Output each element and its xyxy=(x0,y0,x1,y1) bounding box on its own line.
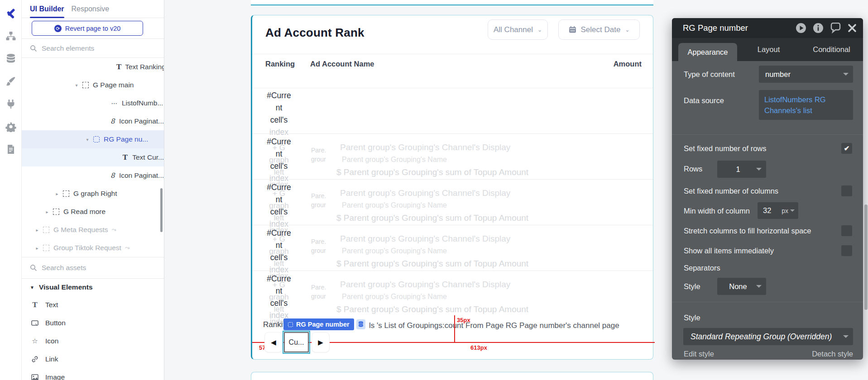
visual-elements-label: Visual Elements xyxy=(39,283,93,291)
tree-item-g-page-main[interactable]: ▾G Page main xyxy=(22,76,164,94)
info-icon[interactable] xyxy=(813,23,824,33)
tab-layout[interactable]: Layout xyxy=(737,38,800,61)
data-source-value-line2[interactable]: Channels's list xyxy=(764,105,848,116)
fixed-rows-checkbox[interactable]: ✔ xyxy=(841,143,852,154)
asset-icon[interactable]: ☆Icon xyxy=(22,332,164,350)
fixed-columns-checkbox[interactable] xyxy=(841,185,852,196)
revert-row: ⟳ Revert page to v20 xyxy=(22,18,164,39)
logs-icon[interactable] xyxy=(0,140,22,158)
tree-item-icon-paginat[interactable]: 8Icon Paginat... xyxy=(22,166,164,185)
data-icon[interactable] xyxy=(0,50,22,68)
ghost-topup-amount: $ Parent group's Grouping's sum of Topup… xyxy=(336,167,528,177)
scrollbar-thumb[interactable] xyxy=(864,204,868,310)
rg-row[interactable]: + Ggraphleftindex#Currentcell'sindexPare… xyxy=(252,271,653,316)
min-width-unit[interactable]: px xyxy=(782,207,788,214)
tab-responsive[interactable]: Responsive xyxy=(72,0,110,18)
search-icon xyxy=(30,264,37,271)
group-element-icon xyxy=(43,226,50,233)
styles-icon[interactable] xyxy=(0,72,22,90)
repeating-group[interactable]: #Currentcell'sindex+ Ggraphleftindex#Cur… xyxy=(252,88,653,316)
revert-page-button[interactable]: ⟳ Revert page to v20 xyxy=(32,21,143,36)
property-editor-title: RG Page number xyxy=(683,23,796,33)
date-filter-dropdown[interactable]: Select Date ⌄ xyxy=(558,19,640,40)
page-group-card[interactable]: Ad Account Rank All Channel ⌄ Select Dat… xyxy=(251,15,653,360)
asset-link[interactable]: Link xyxy=(22,350,164,368)
style-header: Style xyxy=(684,314,700,322)
chevron-down-icon: ▼ xyxy=(30,285,34,290)
type-of-content-select[interactable]: number xyxy=(759,66,853,83)
tree-item-text-ranking[interactable]: TText Ranking : ... xyxy=(22,58,164,76)
tree-scrollbar[interactable] xyxy=(160,188,163,232)
data-source-box[interactable]: ListofNumbers RG Channels's list xyxy=(759,90,853,120)
tree-item-g-graph-right[interactable]: ▸G graph Right xyxy=(22,185,164,203)
settings-icon[interactable] xyxy=(0,118,22,136)
measure-line-vertical xyxy=(454,315,455,342)
min-width-value: 32 xyxy=(763,206,782,215)
rg-row[interactable]: + Ggraphleftindex#Currentcell'sindexPare… xyxy=(252,225,653,271)
asset-image[interactable]: Image xyxy=(22,368,164,380)
tree-item-rg-page-nu[interactable]: ▾RG Page nu... xyxy=(22,130,164,148)
tree-item-group-tiktok-request[interactable]: ▸Group Tiktok Request⤳ xyxy=(22,239,164,257)
preview-play-icon[interactable] xyxy=(796,23,806,33)
cell-index-text[interactable]: #Currentcell'sindex xyxy=(262,88,296,133)
workflow-icon[interactable] xyxy=(0,27,22,45)
data-source-value-line1[interactable]: ListofNumbers RG xyxy=(764,94,848,105)
data-source-badge[interactable] xyxy=(356,319,365,329)
separator-style-select[interactable]: None xyxy=(717,278,766,295)
chevron-right-icon[interactable]: ▸ xyxy=(34,228,40,233)
comment-icon[interactable] xyxy=(830,23,841,33)
data-expression-text[interactable]: ls 's List of Groupings:count From Page … xyxy=(369,321,619,330)
page-title[interactable]: Ad Account Rank xyxy=(265,26,364,40)
close-icon[interactable] xyxy=(848,24,857,33)
plugins-icon[interactable] xyxy=(0,95,22,113)
tab-conditional[interactable]: Conditional xyxy=(800,38,863,61)
group-below-edge[interactable] xyxy=(251,372,653,380)
selected-text-element[interactable]: Cu... xyxy=(284,332,309,352)
stretch-columns-checkbox[interactable] xyxy=(841,225,852,236)
rows-select[interactable]: 1 xyxy=(717,161,766,178)
rg-row[interactable]: + Ggraphleftindex#Currentcell'sindexPare… xyxy=(252,133,653,179)
ghost-channel-display: Parent group's Grouping's Channel's Disp… xyxy=(340,142,510,152)
selected-element-chip[interactable]: RG Page number xyxy=(283,318,354,330)
channel-filter-dropdown[interactable]: All Channel ⌄ xyxy=(488,19,548,40)
rg-row[interactable]: #Currentcell'sindex xyxy=(252,88,653,133)
tab-appearance[interactable]: Appearance xyxy=(678,43,737,61)
visual-elements-header[interactable]: ▼ Visual Elements xyxy=(22,279,164,296)
tab-ui-builder[interactable]: UI Builder xyxy=(30,0,64,18)
chevron-down-icon[interactable]: ▾ xyxy=(85,137,90,142)
cell-index-text[interactable]: + Ggraphleftindex#Currentcell'sindex xyxy=(262,134,296,180)
tree-item-listofnumb[interactable]: ⋯ListofNumb... xyxy=(22,94,164,112)
group-above-edge[interactable] xyxy=(251,0,653,5)
calendar-icon xyxy=(569,26,576,33)
detach-style-link[interactable]: Detach style xyxy=(812,350,853,358)
cell-index-text[interactable]: + Ggraphleftindex#Currentcell'sindex xyxy=(262,271,296,317)
style-select[interactable]: Standard Repeating Group (Overridden) xyxy=(683,328,853,345)
chevron-right-icon[interactable]: ▸ xyxy=(44,209,50,214)
property-editor-titlebar[interactable]: RG Page number xyxy=(672,18,863,38)
search-assets-input[interactable] xyxy=(42,264,141,272)
chevron-down-icon[interactable]: ▾ xyxy=(74,83,79,88)
tree-item-g-read-more[interactable]: ▸G Read more xyxy=(22,203,164,221)
chevron-right-icon[interactable]: ▸ xyxy=(54,191,60,196)
tree-item-g-meta-requests[interactable]: ▸G Meta Requests⤳ xyxy=(22,221,164,239)
tree-item-icon-paginat[interactable]: 8Icon Paginat... xyxy=(22,112,164,130)
asset-button[interactable]: Button xyxy=(22,314,164,332)
min-width-input[interactable]: 32 px xyxy=(758,202,798,219)
hidden-element-icon: ⤳ xyxy=(125,244,129,252)
pagination-prev-button[interactable]: ◀ xyxy=(264,332,283,352)
cell-index-text[interactable]: + Ggraphleftindex#Currentcell'sindex xyxy=(262,225,296,271)
design-icon[interactable] xyxy=(0,5,22,23)
show-all-items-checkbox[interactable] xyxy=(841,245,852,256)
fixed-rows-label: Set fixed number of rows xyxy=(684,144,767,153)
chevron-right-icon[interactable]: ▸ xyxy=(34,246,40,251)
rg-row[interactable]: + Ggraphleftindex#Currentcell'sindexPare… xyxy=(252,179,653,225)
search-elements-input[interactable] xyxy=(42,44,141,52)
elements-panel: UI Builder Responsive ⟳ Revert page to v… xyxy=(22,0,164,380)
cell-index-text[interactable]: + Ggraphleftindex#Currentcell'sindex xyxy=(262,180,296,225)
tree-item-text-cur[interactable]: TText Cur... xyxy=(22,148,164,166)
window-scrollbar[interactable] xyxy=(864,0,868,380)
edit-style-link[interactable]: Edit style xyxy=(684,350,714,358)
pagination-next-button[interactable]: ▶ xyxy=(312,332,330,352)
asset-text[interactable]: TText xyxy=(22,296,164,314)
separator-style-label: Style xyxy=(684,282,700,291)
